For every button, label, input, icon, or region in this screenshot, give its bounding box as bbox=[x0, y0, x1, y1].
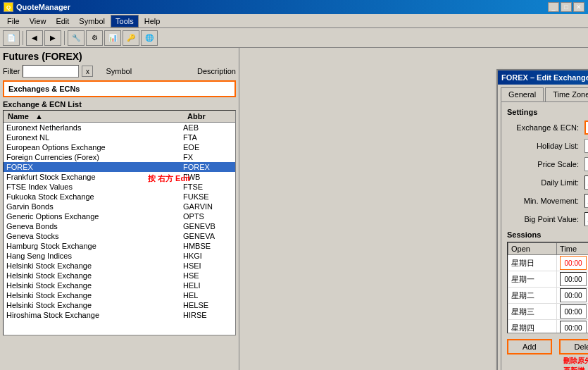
col-symbol-header: Symbol bbox=[103, 67, 194, 75]
exchanges-label: Exchanges & ECNs bbox=[6, 83, 233, 94]
filter-label: Filter bbox=[3, 67, 20, 75]
session-open-time[interactable] bbox=[557, 320, 588, 334]
session-open-time[interactable] bbox=[557, 288, 588, 304]
sessions-header-open: Open bbox=[508, 243, 557, 255]
min-movement-input[interactable] bbox=[584, 194, 588, 208]
add-button[interactable]: Add bbox=[507, 339, 552, 354]
exchange-row[interactable]: Euronext NLFTA bbox=[4, 132, 235, 142]
exchange-row[interactable]: Euronext NetherlandsAEB bbox=[4, 123, 235, 132]
toolbar-btn1[interactable]: 🔧 bbox=[68, 30, 85, 46]
price-scale-label: Price Scale: bbox=[507, 160, 584, 168]
exchange-row[interactable]: Geneva BondsGENEVB bbox=[4, 221, 235, 231]
exchange-rows-container: Euronext NetherlandsAEBEuronext NLFTAEur… bbox=[4, 123, 235, 320]
session-row: 星期一 星期一 bbox=[508, 271, 589, 288]
exchange-row[interactable]: Helsinki Stock ExchangeHELI bbox=[4, 280, 235, 290]
tab-bar: General Time Zone bbox=[498, 85, 588, 101]
exchange-list-section-label: Exchange & ECN List bbox=[3, 100, 236, 109]
holiday-list-label: Holiday List: bbox=[507, 142, 584, 150]
dialog-title-text: FOREX – Edit Exchange & ECN bbox=[501, 73, 588, 82]
tab-general[interactable]: General bbox=[501, 87, 544, 101]
maximize-button[interactable]: □ bbox=[561, 2, 572, 12]
holiday-list-select[interactable]: None bbox=[584, 139, 588, 153]
minimize-button[interactable]: _ bbox=[548, 2, 559, 12]
filter-clear-button[interactable]: x bbox=[82, 66, 93, 77]
filter-input[interactable] bbox=[23, 65, 79, 78]
holiday-list-row: Holiday List: None bbox=[507, 139, 588, 153]
toolbar-forward[interactable]: ▶ bbox=[44, 30, 61, 46]
edit-exchange-dialog: FOREX – Edit Exchange & ECN ? ✕ General … bbox=[496, 69, 588, 370]
annotation2: 刪除原先的 bbox=[563, 357, 588, 364]
exchange-row[interactable]: European Options ExchangeEOE bbox=[4, 142, 235, 152]
exchange-row[interactable]: Helsinki Stock ExchangeHELSE bbox=[4, 300, 235, 310]
session-row: 星期二 星期二 bbox=[508, 288, 589, 304]
menu-help[interactable]: Help bbox=[140, 16, 165, 27]
sessions-table-container: Open Time Close Time Session End 星期日 bbox=[507, 242, 588, 333]
sessions-label: Sessions bbox=[507, 230, 588, 239]
exchange-row[interactable]: Hamburg Stock ExchangeHMBSE bbox=[4, 241, 235, 251]
daily-limit-label: Daily Limit: bbox=[507, 178, 584, 187]
menu-tools[interactable]: Tools bbox=[111, 15, 139, 27]
toolbar-btn3[interactable]: 📊 bbox=[104, 30, 121, 46]
toolbar-sep1 bbox=[23, 31, 23, 45]
exchange-row[interactable]: Geneva StocksGENEVA bbox=[4, 231, 235, 241]
exchange-row[interactable]: Fukuoka Stock ExchangeFUKSE bbox=[4, 192, 235, 202]
toolbar-sep2 bbox=[64, 31, 65, 45]
exchange-row[interactable]: FTSE Index ValuesFTSE bbox=[4, 182, 235, 192]
big-point-label: Big Point Value: bbox=[507, 215, 584, 223]
min-movement-row: Min. Movement: bbox=[507, 194, 588, 208]
exchange-row[interactable]: Frankfurt Stock ExchangeFWB bbox=[4, 172, 235, 182]
close-button[interactable]: ✕ bbox=[573, 2, 584, 12]
min-movement-label: Min. Movement: bbox=[507, 197, 584, 205]
app-icon: Q bbox=[4, 2, 13, 12]
col-desc-header: Description bbox=[197, 67, 236, 75]
price-scale-row: Price Scale: 1/10000 bbox=[507, 157, 588, 171]
exchange-row[interactable]: Hang Seng IndicesHKGI bbox=[4, 251, 235, 261]
toolbar-new[interactable]: 📄 bbox=[3, 30, 20, 46]
session-open-time[interactable] bbox=[557, 304, 588, 320]
menu-view[interactable]: View bbox=[25, 16, 51, 27]
menu-symbol[interactable]: Symbol bbox=[75, 16, 109, 27]
exchange-row[interactable]: Garvin BondsGARVIN bbox=[4, 202, 235, 211]
action-buttons: Add Delete 週日 到 週六 bbox=[507, 339, 588, 354]
left-title: Futures (FOREX) bbox=[3, 51, 236, 62]
right-area: 按 右方 Edit FOREX – Edit Exchange & ECN ? … bbox=[239, 48, 588, 370]
session-open: 星期二 bbox=[508, 288, 557, 304]
session-open: 星期三 bbox=[508, 304, 557, 320]
exchange-row[interactable]: Hiroshima Stock ExchangeHIRSE bbox=[4, 310, 235, 320]
daily-limit-row: Daily Limit: bbox=[507, 175, 588, 190]
menu-edit[interactable]: Edit bbox=[51, 16, 73, 27]
annotation3: 再新增 bbox=[563, 366, 584, 370]
price-scale-select[interactable]: 1/10000 bbox=[584, 157, 588, 171]
session-row: 星期三 星期三 bbox=[508, 304, 589, 320]
exchange-row[interactable]: Helsinki Stock ExchangeHEL bbox=[4, 290, 235, 300]
left-panel: Futures (FOREX) Filter x Symbol Descript… bbox=[0, 48, 239, 370]
toolbar-back[interactable]: ◀ bbox=[26, 30, 43, 46]
exchange-row[interactable]: FOREXFOREX bbox=[4, 162, 235, 172]
tab-general-content: Settings Exchange & ECN: Abbr: Holiday L… bbox=[501, 101, 588, 370]
exchange-ecn-label: Exchange & ECN: bbox=[507, 123, 584, 132]
toolbar-btn5[interactable]: 🌐 bbox=[141, 30, 158, 46]
menu-bar: File View Edit Symbol Tools Help bbox=[0, 14, 588, 28]
exchange-row[interactable]: Helsinki Stock ExchangeHSEI bbox=[4, 261, 235, 271]
sessions-header-open-time: Time bbox=[557, 243, 588, 255]
daily-limit-input[interactable] bbox=[584, 175, 588, 190]
exchange-row[interactable]: Helsinki Stock ExchangeHSE bbox=[4, 271, 235, 280]
session-open-time[interactable] bbox=[557, 271, 588, 288]
session-open-time[interactable] bbox=[557, 255, 588, 271]
toolbar-btn4[interactable]: 🔑 bbox=[123, 30, 139, 46]
exchange-ecn-input[interactable] bbox=[584, 121, 588, 135]
exchange-row[interactable]: Foreign Currencies (Forex)FX bbox=[4, 152, 235, 162]
toolbar-btn2[interactable]: ⚙ bbox=[86, 30, 103, 46]
delete-button[interactable]: Delete bbox=[559, 339, 588, 354]
session-row: 星期四 星期四 bbox=[508, 320, 589, 334]
tab-timezone[interactable]: Time Zone bbox=[545, 87, 588, 101]
session-open: 星期一 bbox=[508, 271, 557, 288]
sessions-table: Open Time Close Time Session End 星期日 bbox=[508, 242, 588, 333]
session-open: 星期日 bbox=[508, 255, 557, 271]
sessions-tbody: 星期日 星期日 星期一 星期一 星期二 星期二 星期三 星期三 星期四 星期四 … bbox=[508, 255, 589, 334]
menu-file[interactable]: File bbox=[3, 16, 24, 27]
app-title: QuoteManager bbox=[16, 3, 70, 11]
exchange-row[interactable]: Generic Options ExchangeOPTS bbox=[4, 211, 235, 221]
filter-row: Filter x Symbol Description bbox=[3, 65, 236, 78]
big-point-input[interactable] bbox=[584, 212, 588, 226]
